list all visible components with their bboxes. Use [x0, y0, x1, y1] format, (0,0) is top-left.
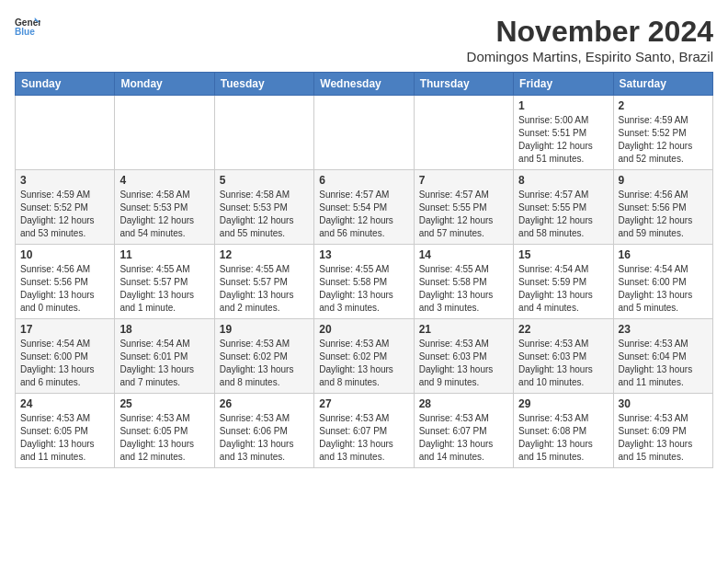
day-number: 14	[419, 248, 508, 261]
calendar-cell: 27Sunrise: 4:53 AM Sunset: 6:07 PM Dayli…	[314, 394, 414, 468]
day-info: Sunrise: 4:54 AM Sunset: 6:00 PM Dayligh…	[619, 263, 708, 315]
day-number: 20	[319, 323, 408, 336]
day-info: Sunrise: 4:58 AM Sunset: 5:53 PM Dayligh…	[119, 189, 209, 240]
calendar-cell: 14Sunrise: 4:55 AM Sunset: 5:58 PM Dayli…	[414, 245, 513, 319]
calendar-cell: 13Sunrise: 4:55 AM Sunset: 5:58 PM Dayli…	[314, 245, 414, 319]
calendar-cell: 11Sunrise: 4:55 AM Sunset: 5:57 PM Dayli…	[115, 245, 214, 319]
day-number: 4	[119, 174, 209, 187]
day-number: 23	[619, 323, 708, 336]
day-info: Sunrise: 5:00 AM Sunset: 5:51 PM Dayligh…	[518, 114, 608, 166]
weekday-header-tuesday: Tuesday	[214, 73, 313, 96]
calendar-cell: 29Sunrise: 4:53 AM Sunset: 6:08 PM Dayli…	[514, 394, 613, 468]
calendar-cell: 16Sunrise: 4:54 AM Sunset: 6:00 PM Dayli…	[613, 245, 712, 319]
day-number: 16	[619, 248, 708, 261]
day-number: 26	[220, 397, 309, 410]
calendar-week-4: 17Sunrise: 4:54 AM Sunset: 6:00 PM Dayli…	[16, 319, 713, 394]
calendar-body: 1Sunrise: 5:00 AM Sunset: 5:51 PM Daylig…	[16, 96, 713, 468]
calendar-cell	[115, 96, 214, 170]
weekday-header-wednesday: Wednesday	[314, 73, 414, 96]
calendar-cell: 7Sunrise: 4:57 AM Sunset: 5:55 PM Daylig…	[414, 170, 513, 245]
day-info: Sunrise: 4:53 AM Sunset: 6:08 PM Dayligh…	[518, 412, 608, 464]
day-number: 30	[619, 397, 708, 410]
title-block: November 2024 Domingos Martins, Espirito…	[467, 15, 713, 64]
day-info: Sunrise: 4:57 AM Sunset: 5:55 PM Dayligh…	[518, 189, 608, 240]
day-info: Sunrise: 4:53 AM Sunset: 6:06 PM Dayligh…	[220, 412, 309, 464]
month-title: November 2024	[467, 15, 713, 49]
calendar-cell: 10Sunrise: 4:56 AM Sunset: 5:56 PM Dayli…	[16, 245, 115, 319]
day-info: Sunrise: 4:57 AM Sunset: 5:54 PM Dayligh…	[319, 189, 408, 240]
calendar-cell: 4Sunrise: 4:58 AM Sunset: 5:53 PM Daylig…	[115, 170, 214, 245]
logo-icon: General Blue	[15, 15, 40, 40]
calendar-cell	[16, 96, 115, 170]
day-number: 6	[319, 174, 408, 187]
day-info: Sunrise: 4:55 AM Sunset: 5:57 PM Dayligh…	[220, 263, 309, 315]
day-info: Sunrise: 4:55 AM Sunset: 5:57 PM Dayligh…	[119, 263, 209, 315]
calendar-week-5: 24Sunrise: 4:53 AM Sunset: 6:05 PM Dayli…	[16, 394, 713, 468]
weekday-header-saturday: Saturday	[613, 73, 712, 96]
calendar-cell: 9Sunrise: 4:56 AM Sunset: 5:56 PM Daylig…	[613, 170, 712, 245]
calendar-cell: 20Sunrise: 4:53 AM Sunset: 6:02 PM Dayli…	[314, 319, 414, 394]
day-info: Sunrise: 4:53 AM Sunset: 6:03 PM Dayligh…	[419, 338, 508, 389]
day-number: 27	[319, 397, 408, 410]
day-info: Sunrise: 4:59 AM Sunset: 5:52 PM Dayligh…	[619, 114, 708, 166]
day-number: 3	[20, 174, 109, 187]
calendar-cell: 3Sunrise: 4:59 AM Sunset: 5:52 PM Daylig…	[16, 170, 115, 245]
day-info: Sunrise: 4:53 AM Sunset: 6:07 PM Dayligh…	[419, 412, 508, 464]
calendar-cell: 25Sunrise: 4:53 AM Sunset: 6:05 PM Dayli…	[115, 394, 214, 468]
calendar-cell: 6Sunrise: 4:57 AM Sunset: 5:54 PM Daylig…	[314, 170, 414, 245]
calendar-week-2: 3Sunrise: 4:59 AM Sunset: 5:52 PM Daylig…	[16, 170, 713, 245]
page-header: General Blue November 2024 Domingos Mart…	[15, 15, 713, 64]
day-info: Sunrise: 4:56 AM Sunset: 5:56 PM Dayligh…	[619, 189, 708, 240]
calendar-cell: 8Sunrise: 4:57 AM Sunset: 5:55 PM Daylig…	[514, 170, 613, 245]
calendar-cell: 28Sunrise: 4:53 AM Sunset: 6:07 PM Dayli…	[414, 394, 513, 468]
day-info: Sunrise: 4:53 AM Sunset: 6:02 PM Dayligh…	[319, 338, 408, 389]
day-number: 12	[220, 248, 309, 261]
day-number: 1	[518, 99, 608, 112]
day-number: 13	[319, 248, 408, 261]
weekday-header-thursday: Thursday	[414, 73, 513, 96]
calendar-cell: 23Sunrise: 4:53 AM Sunset: 6:04 PM Dayli…	[613, 319, 712, 394]
day-number: 2	[619, 99, 708, 112]
day-number: 10	[20, 248, 109, 261]
calendar-cell: 26Sunrise: 4:53 AM Sunset: 6:06 PM Dayli…	[214, 394, 313, 468]
calendar-cell	[214, 96, 313, 170]
day-number: 15	[518, 248, 608, 261]
weekday-header-sunday: Sunday	[16, 73, 115, 96]
calendar-cell: 24Sunrise: 4:53 AM Sunset: 6:05 PM Dayli…	[16, 394, 115, 468]
day-info: Sunrise: 4:54 AM Sunset: 6:00 PM Dayligh…	[20, 338, 109, 389]
day-info: Sunrise: 4:53 AM Sunset: 6:02 PM Dayligh…	[220, 338, 309, 389]
day-number: 25	[119, 397, 209, 410]
day-info: Sunrise: 4:57 AM Sunset: 5:55 PM Dayligh…	[419, 189, 508, 240]
day-number: 24	[20, 397, 109, 410]
calendar-cell	[414, 96, 513, 170]
day-number: 5	[220, 174, 309, 187]
calendar-cell: 12Sunrise: 4:55 AM Sunset: 5:57 PM Dayli…	[214, 245, 313, 319]
day-info: Sunrise: 4:55 AM Sunset: 5:58 PM Dayligh…	[319, 263, 408, 315]
day-info: Sunrise: 4:53 AM Sunset: 6:07 PM Dayligh…	[319, 412, 408, 464]
day-info: Sunrise: 4:53 AM Sunset: 6:05 PM Dayligh…	[20, 412, 109, 464]
day-number: 18	[119, 323, 209, 336]
day-info: Sunrise: 4:53 AM Sunset: 6:05 PM Dayligh…	[119, 412, 209, 464]
calendar-cell: 17Sunrise: 4:54 AM Sunset: 6:00 PM Dayli…	[16, 319, 115, 394]
day-info: Sunrise: 4:56 AM Sunset: 5:56 PM Dayligh…	[20, 263, 109, 315]
day-number: 21	[419, 323, 508, 336]
calendar-header-row: SundayMondayTuesdayWednesdayThursdayFrid…	[16, 73, 713, 96]
calendar-cell: 21Sunrise: 4:53 AM Sunset: 6:03 PM Dayli…	[414, 319, 513, 394]
day-info: Sunrise: 4:59 AM Sunset: 5:52 PM Dayligh…	[20, 189, 109, 240]
day-number: 9	[619, 174, 708, 187]
calendar-table: SundayMondayTuesdayWednesdayThursdayFrid…	[15, 72, 713, 468]
location-subtitle: Domingos Martins, Espirito Santo, Brazil	[467, 49, 713, 64]
svg-text:Blue: Blue	[15, 27, 35, 37]
day-number: 22	[518, 323, 608, 336]
day-info: Sunrise: 4:54 AM Sunset: 5:59 PM Dayligh…	[518, 263, 608, 315]
calendar-cell: 15Sunrise: 4:54 AM Sunset: 5:59 PM Dayli…	[514, 245, 613, 319]
calendar-cell: 22Sunrise: 4:53 AM Sunset: 6:03 PM Dayli…	[514, 319, 613, 394]
calendar-cell	[314, 96, 414, 170]
calendar-cell: 19Sunrise: 4:53 AM Sunset: 6:02 PM Dayli…	[214, 319, 313, 394]
day-info: Sunrise: 4:55 AM Sunset: 5:58 PM Dayligh…	[419, 263, 508, 315]
day-number: 17	[20, 323, 109, 336]
calendar-cell: 2Sunrise: 4:59 AM Sunset: 5:52 PM Daylig…	[613, 96, 712, 170]
logo: General Blue	[15, 15, 40, 40]
day-info: Sunrise: 4:53 AM Sunset: 6:04 PM Dayligh…	[619, 338, 708, 389]
day-info: Sunrise: 4:53 AM Sunset: 6:03 PM Dayligh…	[518, 338, 608, 389]
